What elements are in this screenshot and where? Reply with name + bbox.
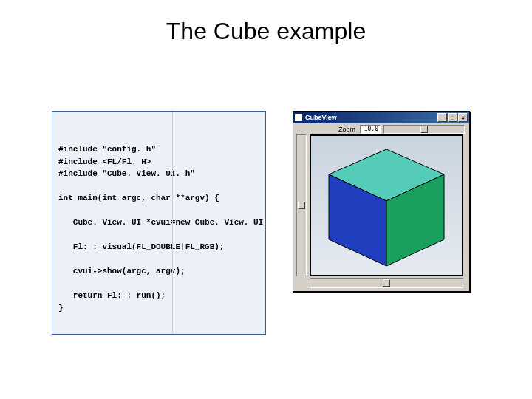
slide-title: The Cube example bbox=[0, 0, 532, 45]
maximize-icon: □ bbox=[451, 115, 454, 121]
code-line: int main(int argc, char **argv) { bbox=[58, 194, 219, 202]
code-line: #include <FL/Fl. H> bbox=[58, 157, 151, 166]
zoom-slider[interactable] bbox=[383, 125, 465, 134]
window-wrapper: CubeView _ □ × Zoom 10.0 bbox=[293, 111, 470, 292]
vertical-slider[interactable] bbox=[296, 134, 307, 276]
titlebar[interactable]: CubeView _ □ × bbox=[293, 112, 469, 123]
zoom-thumb[interactable] bbox=[420, 126, 428, 133]
window-icon bbox=[295, 114, 302, 121]
close-button[interactable]: × bbox=[458, 113, 468, 122]
window-title: CubeView bbox=[305, 114, 437, 121]
minimize-icon: _ bbox=[440, 115, 443, 121]
code-line: #include "config. h" bbox=[58, 145, 156, 154]
horizontal-slider[interactable] bbox=[310, 278, 463, 288]
code-line: Fl: : visual(FL_DOUBLE|FL_RGB); bbox=[58, 242, 224, 251]
app-window: CubeView _ □ × Zoom 10.0 bbox=[293, 111, 470, 292]
body-row: #include "config. h" #include <FL/Fl. H>… bbox=[0, 111, 532, 335]
code-line: Cube. View. UI *cvui=new Cube. View. UI; bbox=[58, 218, 266, 227]
minimize-button[interactable]: _ bbox=[437, 113, 447, 122]
maximize-button[interactable]: □ bbox=[448, 113, 457, 122]
render-view bbox=[310, 134, 463, 276]
zoom-row: Zoom 10.0 bbox=[293, 123, 469, 134]
close-icon: × bbox=[461, 115, 465, 121]
code-line: cvui->show(argc, argv); bbox=[58, 267, 185, 276]
zoom-label: Zoom bbox=[338, 126, 355, 133]
code-block: #include "config. h" #include <FL/Fl. H>… bbox=[52, 111, 266, 335]
spacer bbox=[296, 278, 310, 288]
code-line: return Fl: : run(); bbox=[58, 291, 166, 300]
cube-svg bbox=[311, 136, 463, 276]
center-row bbox=[293, 134, 469, 276]
code-divider bbox=[172, 112, 173, 334]
bottom-row bbox=[293, 276, 469, 291]
code-line: } bbox=[58, 304, 64, 313]
zoom-value: 10.0 bbox=[360, 125, 381, 134]
slide: The Cube example #include "config. h" #i… bbox=[0, 0, 532, 399]
code-line: #include "Cube. View. UI. h" bbox=[58, 169, 195, 178]
vertical-thumb[interactable] bbox=[298, 202, 305, 209]
window-controls: _ □ × bbox=[437, 113, 468, 122]
horizontal-thumb[interactable] bbox=[383, 279, 390, 287]
